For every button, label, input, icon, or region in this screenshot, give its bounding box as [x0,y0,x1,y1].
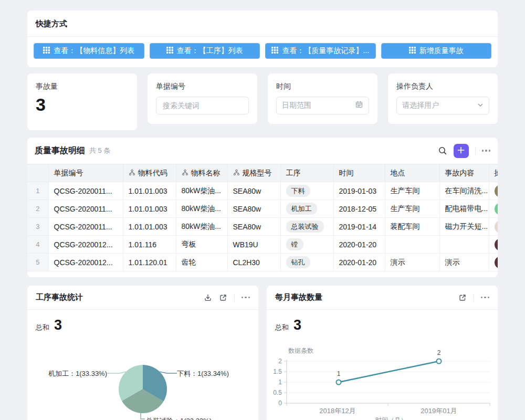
col-process: 工序 [280,164,333,182]
process-tag: 总装试验 [286,220,324,233]
avatar [495,185,498,197]
table-row[interactable]: 1 QCSG-2020011... 1.01.01.003 80kW柴油... … [27,182,498,200]
shortcut-label: 查看：【工序】列表 [177,46,243,56]
pie-chart-more-button[interactable] [242,297,250,299]
table-scroll-area[interactable]: 单据编号 物料代码 物料名称 规格型号 工序 时间 地点 事故内容 操作负责人 … [27,164,498,271]
col-material-code: 物料代码 [123,164,176,182]
chevron-down-icon [477,101,484,110]
pie-label-machining: 机加工：1(33.33%) [48,369,107,379]
dashboard-page: 快捷方式 查看：【物料信息】列表 查看：【工序】列表 查看：【质量事故记录】..… [0,0,525,420]
download-icon[interactable] [204,293,212,302]
time-filter-card: 时间 日期范围 [268,74,377,124]
col-doc-number: 单据编号 [48,164,123,182]
avatar [495,220,498,233]
line-chart-more-button[interactable] [481,297,490,299]
line-chart-tools [458,293,490,302]
col-operator: 操作负责人 [489,164,498,182]
operator-filter-card: 操作负责人 请选择用户 [388,74,498,124]
open-in-new-icon[interactable] [219,293,227,302]
table-row-count: 共 5 条 [89,146,110,155]
col-place: 地点 [385,164,439,182]
avatar [495,256,498,269]
shortcut-label: 查看：【质量事故记录】... [282,46,369,56]
table-row[interactable]: 4 QCSG-2020012... 1.01.116 弯板 WB19U 镗 20… [27,236,498,254]
y-tick: 0 [278,400,282,407]
table-row[interactable]: 3 QCSG-2020011... 1.01.01.003 80kW柴油... … [27,218,498,236]
shortcut-view-quality-records-button[interactable]: 查看：【质量事故记录】... [265,43,376,59]
table-header-row: 单据编号 物料代码 物料名称 规格型号 工序 时间 地点 事故内容 操作负责人 [27,164,498,182]
pie-label-cutting: 下料：1(33.34%) [177,369,229,379]
process-tag: 镗 [286,238,303,250]
doc-number-label: 单据编号 [148,74,257,91]
y-tick: 1.5 [273,368,282,375]
table-header-bar: 质量事故明细 共 5 条 [27,138,498,164]
date-range-placeholder: 日期范围 [282,101,355,110]
process-tag: 机加工 [286,203,317,215]
search-icon[interactable] [438,146,447,155]
shortcut-view-process-list-button[interactable]: 查看：【工序】列表 [150,43,260,59]
point-label: 1 [337,370,341,377]
quality-accident-table: 单据编号 物料代码 物料名称 规格型号 工序 时间 地点 事故内容 操作负责人 … [27,164,498,271]
shortcuts-title: 快捷方式 [27,10,498,37]
line-chart-area: 数据条数 2 1.5 1 0. [267,310,498,420]
y-tick: 2 [278,358,282,365]
doc-number-filter-card: 单据编号 [148,74,257,124]
relation-icon [129,169,135,177]
divider [475,146,476,155]
y-tick: 1 [278,379,282,386]
accident-count-value: 3 [27,91,137,113]
shortcuts-card: 快捷方式 查看：【物料信息】列表 查看：【工序】列表 查看：【质量事故记录】..… [27,10,498,67]
table-row[interactable]: 5 QCSG-2020012... 1.01.120.01 齿轮 CL2H30 … [27,254,498,271]
shortcut-new-quality-accident-button[interactable]: 新增质量事故 [381,43,492,59]
line-chart-title: 每月事故数量 [275,292,322,302]
col-time: 时间 [333,164,385,182]
accident-count-label: 事故量 [27,74,137,91]
y-axis-title: 数据条数 [288,347,313,354]
add-record-button[interactable] [454,144,469,158]
grid-icon [271,47,278,55]
grid-icon [409,47,416,55]
col-spec-model: 规格型号 [227,164,280,182]
point-label: 2 [437,349,441,356]
shortcut-buttons-row: 查看：【物料信息】列表 查看：【工序】列表 查看：【质量事故记录】... 新增质… [27,37,498,65]
shortcut-view-material-list-button[interactable]: 查看：【物料信息】列表 [34,43,144,59]
grid-icon [43,47,50,55]
table-tools [438,144,491,158]
doc-number-search-input[interactable] [162,101,243,110]
date-range-input[interactable]: 日期范围 [276,97,369,114]
process-tag: 钻孔 [286,256,310,268]
data-point[interactable] [437,359,442,364]
operator-label: 操作负责人 [388,74,498,91]
doc-number-input-wrap [156,97,249,114]
open-in-new-icon[interactable] [458,293,467,302]
table-row[interactable]: 2 QCSG-2020011... 1.01.01.003 80kW柴油... … [27,200,498,218]
monthly-accident-count-card: 每月事故数量 总和 3 数据条数 [267,286,498,420]
data-point[interactable] [337,380,341,385]
divider [474,293,474,302]
plus-icon [457,146,465,155]
operator-user-select[interactable]: 请选择用户 [396,97,489,114]
col-content: 事故内容 [439,164,489,182]
pie-chart-title: 工序事故统计 [36,292,83,302]
pie-chart-area: 机加工：1(33.33%) 下料：1(33.34%) 总装试验：1(33.33%… [27,310,258,420]
pie-chart-tools [204,293,250,302]
calendar-icon [355,100,363,111]
x-axis-title: 时间（月） [375,416,407,420]
table-more-button[interactable] [482,150,491,152]
row-number-header [27,164,48,182]
quality-accident-detail-card: 质量事故明细 共 5 条 单据编号 物 [27,138,498,277]
y-tick: 0.5 [273,389,282,396]
line-chart: 数据条数 2 1.5 1 0. [267,310,498,420]
grid-icon [166,47,173,55]
relation-icon [233,169,240,177]
x-tick: 2018年12月 [319,407,355,415]
process-tag: 下料 [286,185,310,197]
pie-label-assembly-test: 总装试验：1(33.33%) [146,416,212,420]
x-tick: 2019年01月 [421,407,457,415]
operator-select-placeholder: 请选择用户 [402,101,477,110]
shortcut-label: 查看：【物料信息】列表 [54,46,134,56]
avatar [495,203,498,215]
pie-chart-header: 工序事故统计 [27,286,258,310]
line-chart-header: 每月事故数量 [267,286,498,310]
pie-chart[interactable] [119,365,167,413]
